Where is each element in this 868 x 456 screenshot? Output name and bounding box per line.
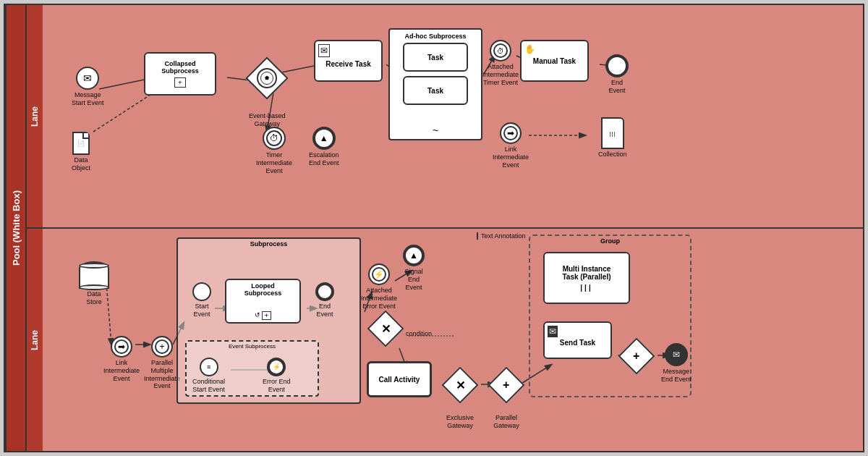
send-task: ✉ Send Task xyxy=(543,321,612,359)
event-based-gw-label: Event-basedGateway xyxy=(249,112,286,128)
conditional-start-label: ConditionalStart Event xyxy=(192,378,225,394)
parallel-gateway: + ParallelGateway xyxy=(493,372,519,430)
end-event-top: EndEvent xyxy=(605,54,629,95)
collection: ||| Collection xyxy=(598,117,627,159)
end-event-subprocess: EndEvent xyxy=(315,282,334,318)
text-annotation: Text Annotation xyxy=(477,232,526,240)
link-intermediate-bottom: ➡ LinkIntermediateEvent xyxy=(103,336,140,382)
conditional-start: ≡ ConditionalStart Event xyxy=(192,358,225,394)
timer-int-label: TimerIntermediateEvent xyxy=(256,151,292,174)
pool-label: Pool (White Box) xyxy=(5,5,25,451)
timer-intermediate-event: ⏱ TimerIntermediateEvent xyxy=(256,127,292,174)
attached-timer-label: AttachedIntermediateTimer Event xyxy=(482,63,519,86)
attached-error-label: AttachedIntermediateError Event xyxy=(361,287,397,310)
error-end-label: Error EndEvent xyxy=(263,378,291,394)
signal-end-label: SignalEndEvent xyxy=(404,268,422,291)
attached-timer: ⏱ AttachedIntermediateTimer Event xyxy=(482,40,519,86)
lane-top: Lane xyxy=(25,5,863,229)
attached-error-event: ⚡ AttachedIntermediateError Event xyxy=(361,263,397,310)
data-store-label: DataStore xyxy=(86,290,102,306)
subprocess: Subprocess StartEvent Looped Subprocess … xyxy=(176,237,361,404)
data-store: DataStore xyxy=(79,261,109,306)
data-object-label: Data Object xyxy=(72,156,90,172)
escalation-end-event: ▲ EscalationEnd Event xyxy=(309,127,339,167)
lane-label-bottom: Lane xyxy=(25,229,43,451)
message-end-label: MessageEnd Event xyxy=(661,368,692,384)
collapsed-subprocess: Collapsed Subprocess + xyxy=(144,52,216,96)
start-event-label: StartEvent xyxy=(193,303,210,318)
data-object: 📄 Data Object xyxy=(72,132,90,172)
manual-task: ✋ Manual Task xyxy=(520,40,589,82)
pool-content: Lane xyxy=(25,5,863,451)
adhoc-subprocess: Ad-hoc Subprocess Task Task ~ xyxy=(388,28,482,140)
parallel-gw-label: ParallelGateway xyxy=(493,414,519,430)
message-start-event: ✉ Message Start Event xyxy=(72,67,104,107)
parallel-multiple-label: ParallelMultipleIntermediateEvent xyxy=(144,359,180,390)
signal-end-event: ▲ SignalEndEvent xyxy=(403,245,425,291)
call-activity: Call Activity xyxy=(367,361,432,397)
parallel-gateway-2: + xyxy=(624,343,650,369)
lane-label-top: Lane xyxy=(25,5,43,227)
message-end-event: ✉ MessageEnd Event xyxy=(661,343,692,384)
exclusive-gateway-1: ✕ xyxy=(373,316,399,342)
lane-body-top: ✉ Message Start Event 📄 Data Object Coll… xyxy=(43,5,863,227)
link-int-bottom-label: LinkIntermediateEvent xyxy=(103,359,140,382)
escalation-end-label: EscalationEnd Event xyxy=(309,151,339,167)
end-event-sub-label: EndEvent xyxy=(316,303,333,318)
lane-bottom: Lane xyxy=(25,229,863,451)
collection-label: Collection xyxy=(598,151,627,159)
error-end-event: ⚡ Error EndEvent xyxy=(263,358,291,394)
message-start-label: Message Start Event xyxy=(72,91,104,107)
event-based-gateway: ⬟ Event-basedGateway xyxy=(249,63,286,128)
start-event-subprocess: StartEvent xyxy=(192,282,211,318)
lane-body-bottom: DataStore ➡ LinkIntermediateEvent + Para… xyxy=(43,229,863,451)
pool: Pool (White Box) Lane xyxy=(4,4,864,452)
end-event-label: EndEvent xyxy=(608,79,625,95)
link-int-top-label: LinkIntermediateEvent xyxy=(493,145,529,169)
multi-instance-task: Multi Instance Task (Parallel) ||| xyxy=(543,252,630,304)
looped-subprocess: Looped Subprocess ↺ + xyxy=(225,279,301,324)
exclusive-gateway-2: ✕ ExclusiveGateway xyxy=(446,372,474,430)
event-subprocess: Event Subprocess ≡ ConditionalStart Even… xyxy=(185,340,319,397)
link-intermediate-top: ➡ LinkIntermediateEvent xyxy=(493,122,529,169)
condition-label: condition xyxy=(406,330,432,337)
exclusive-gw2-label: ExclusiveGateway xyxy=(446,414,474,430)
parallel-multiple-int: + ParallelMultipleIntermediateEvent xyxy=(144,336,180,390)
receive-task: ✉ Receive Task xyxy=(314,40,383,82)
